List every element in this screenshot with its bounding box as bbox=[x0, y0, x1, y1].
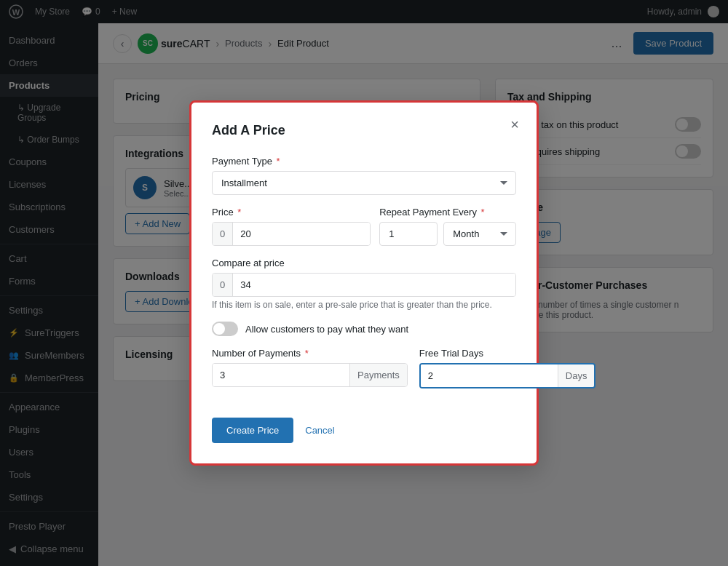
free-trial-label: Free Trial Days bbox=[419, 348, 596, 359]
repeat-number-input[interactable] bbox=[379, 222, 438, 246]
payment-type-label: Payment Type * bbox=[212, 156, 516, 167]
payment-type-select[interactable]: Installment One Time Subscription bbox=[212, 171, 516, 195]
free-trial-input[interactable] bbox=[421, 364, 558, 387]
allow-customers-label: Allow customers to pay what they want bbox=[245, 324, 408, 335]
compare-price-wrap: 0 bbox=[212, 273, 516, 297]
days-suffix: Days bbox=[558, 364, 595, 387]
payments-trial-row: Number of Payments * Payments Free Trial… bbox=[212, 348, 516, 400]
repeat-payment-group: Repeat Payment Every * Month Day Week Ye… bbox=[379, 207, 516, 246]
add-price-modal: Add A Price × Payment Type * Installment… bbox=[189, 100, 539, 466]
free-trial-wrap: Days bbox=[419, 363, 596, 388]
num-payments-wrap: Payments bbox=[212, 363, 408, 387]
num-payments-input[interactable] bbox=[213, 364, 349, 386]
price-prefix: 0 bbox=[213, 223, 233, 245]
modal-actions: Create Price Cancel bbox=[212, 418, 516, 443]
free-trial-group: Free Trial Days Days bbox=[419, 348, 596, 388]
price-repeat-row: Price * 0 Repeat Payment Every * Month bbox=[212, 207, 516, 258]
num-payments-group: Number of Payments * Payments bbox=[212, 348, 408, 388]
compare-price-group: Compare at price 0 If this item is on sa… bbox=[212, 258, 516, 310]
price-label: Price * bbox=[212, 207, 371, 218]
price-input[interactable] bbox=[233, 223, 370, 245]
create-price-button[interactable]: Create Price bbox=[212, 418, 293, 443]
allow-customers-row: Allow customers to pay what they want bbox=[212, 322, 516, 336]
num-payments-label: Number of Payments * bbox=[212, 348, 408, 359]
compare-price-input[interactable] bbox=[233, 274, 515, 296]
modal-overlay[interactable]: Add A Price × Payment Type * Installment… bbox=[0, 0, 728, 566]
repeat-row: Month Day Week Year bbox=[379, 222, 516, 246]
modal-close-button[interactable]: × bbox=[505, 114, 525, 135]
modal-title: Add A Price bbox=[212, 123, 516, 138]
price-group: Price * 0 bbox=[212, 207, 371, 246]
payments-suffix: Payments bbox=[349, 364, 407, 386]
compare-hint: If this item is on sale, enter a pre-sal… bbox=[212, 300, 516, 310]
allow-customers-toggle[interactable] bbox=[212, 322, 238, 336]
repeat-payment-label: Repeat Payment Every * bbox=[379, 207, 516, 218]
price-input-wrap: 0 bbox=[212, 222, 371, 246]
repeat-unit-select[interactable]: Month Day Week Year bbox=[443, 222, 516, 246]
compare-price-prefix: 0 bbox=[213, 274, 233, 296]
payment-type-group: Payment Type * Installment One Time Subs… bbox=[212, 156, 516, 195]
payment-type-required: * bbox=[277, 156, 280, 167]
cancel-button[interactable]: Cancel bbox=[302, 418, 337, 443]
compare-price-label: Compare at price bbox=[212, 258, 516, 268]
